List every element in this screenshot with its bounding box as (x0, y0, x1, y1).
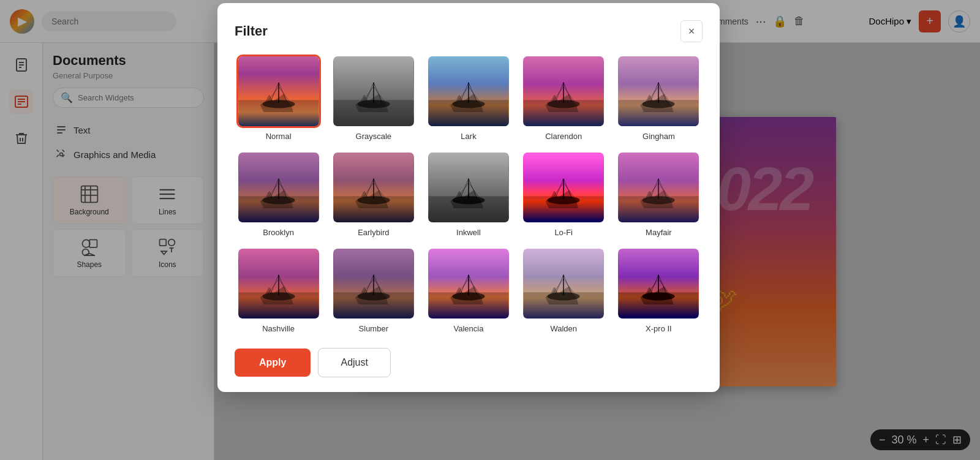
svg-rect-40 (428, 100, 508, 126)
filter-header: Filter × (235, 20, 703, 42)
filter-item-earlybird[interactable]: Earlybird (330, 151, 417, 237)
filter-grid: Normal Grayscale (235, 55, 703, 333)
filter-item-lofi[interactable]: Lo-Fi (520, 151, 608, 237)
svg-point-33 (357, 100, 390, 108)
svg-rect-96 (619, 196, 699, 222)
filter-img-normal (238, 56, 319, 126)
filter-modal: Filter × Normal (217, 3, 720, 392)
apply-button[interactable]: Apply (235, 349, 311, 377)
filter-thumb-lofi (521, 151, 606, 224)
svg-rect-120 (428, 292, 508, 319)
filter-img-mayfair (618, 153, 699, 222)
filter-label-slumber: Slumber (359, 324, 388, 333)
filter-item-grayscale[interactable]: Grayscale (330, 55, 417, 141)
filter-item-inkwell[interactable]: Inkwell (424, 151, 512, 237)
filter-close-button[interactable]: × (680, 20, 703, 42)
filter-label-inkwell: Inkwell (456, 228, 481, 237)
svg-rect-136 (619, 292, 699, 319)
filter-thumb-gingham (616, 55, 701, 128)
svg-rect-80 (428, 196, 508, 222)
filter-item-nashville[interactable]: Nashville (235, 247, 322, 333)
svg-rect-48 (524, 100, 604, 126)
filter-img-lofi (523, 153, 604, 222)
filter-thumb-valencia (426, 247, 511, 320)
filter-img-grayscale (333, 56, 414, 126)
svg-rect-112 (333, 292, 413, 319)
svg-rect-32 (333, 100, 413, 126)
filter-label-xpro: X-pro II (646, 324, 672, 333)
adjust-button[interactable]: Adjust (318, 348, 390, 377)
filter-label-nashville: Nashville (262, 324, 295, 333)
svg-point-57 (643, 100, 675, 108)
svg-point-49 (548, 100, 580, 108)
filter-thumb-earlybird (331, 151, 416, 224)
filter-img-brooklyn (238, 153, 319, 222)
filter-label-gingham: Gingham (643, 132, 675, 141)
filter-thumb-slumber (331, 247, 416, 320)
filter-img-lark (428, 56, 509, 126)
filter-thumb-nashville (236, 247, 321, 320)
svg-point-25 (262, 100, 295, 108)
filter-thumb-brooklyn (236, 151, 321, 224)
filter-thumb-normal (236, 55, 321, 128)
filter-img-clarendon (523, 56, 604, 126)
filter-thumb-mayfair (616, 151, 701, 224)
filter-item-brooklyn[interactable]: Brooklyn (235, 151, 322, 237)
filter-actions: Apply Adjust (235, 348, 703, 377)
filter-img-gingham (618, 56, 699, 126)
svg-rect-64 (238, 196, 318, 222)
filter-img-earlybird (333, 153, 414, 222)
filter-item-mayfair[interactable]: Mayfair (615, 151, 703, 237)
svg-rect-128 (524, 292, 604, 319)
filter-label-lofi: Lo-Fi (554, 228, 573, 237)
filter-item-walden[interactable]: Walden (520, 247, 608, 333)
filter-thumb-grayscale (331, 55, 416, 128)
filter-thumb-clarendon (521, 55, 606, 128)
svg-point-137 (643, 292, 675, 300)
filter-img-xpro (618, 249, 699, 319)
filter-label-earlybird: Earlybird (358, 228, 389, 237)
filter-thumb-walden (521, 247, 606, 320)
svg-point-73 (357, 196, 390, 204)
filter-label-lark: Lark (461, 132, 476, 141)
filter-img-nashville (238, 249, 319, 319)
svg-point-113 (357, 292, 390, 300)
filter-label-clarendon: Clarendon (545, 132, 582, 141)
svg-point-81 (452, 196, 484, 204)
svg-rect-104 (238, 292, 318, 319)
filter-item-slumber[interactable]: Slumber (330, 247, 417, 333)
svg-point-121 (452, 292, 484, 300)
filter-thumb-xpro (616, 247, 701, 320)
filter-label-mayfair: Mayfair (646, 228, 672, 237)
filter-item-clarendon[interactable]: Clarendon (520, 55, 608, 141)
svg-rect-88 (524, 196, 604, 222)
filter-label-normal: Normal (266, 132, 292, 141)
filter-item-xpro[interactable]: X-pro II (615, 247, 703, 333)
filter-label-walden: Walden (550, 324, 577, 333)
svg-rect-56 (619, 100, 699, 126)
svg-point-65 (262, 196, 295, 204)
svg-point-89 (548, 196, 580, 204)
filter-item-normal[interactable]: Normal (235, 55, 322, 141)
svg-point-105 (262, 292, 295, 300)
svg-rect-72 (333, 196, 413, 222)
svg-point-41 (452, 100, 484, 108)
filter-thumb-inkwell (426, 151, 511, 224)
svg-rect-24 (238, 100, 318, 126)
filter-img-inkwell (428, 153, 509, 222)
filter-img-slumber (333, 249, 414, 319)
filter-label-grayscale: Grayscale (356, 132, 392, 141)
svg-point-129 (548, 292, 580, 300)
filter-item-valencia[interactable]: Valencia (424, 247, 512, 333)
filter-img-walden (523, 249, 604, 319)
filter-thumb-lark (426, 55, 511, 128)
svg-point-97 (643, 196, 675, 204)
filter-item-gingham[interactable]: Gingham (615, 55, 703, 141)
filter-item-lark[interactable]: Lark (424, 55, 512, 141)
filter-label-valencia: Valencia (454, 324, 484, 333)
filter-title: Filter (235, 23, 268, 39)
filter-img-valencia (428, 249, 509, 319)
filter-label-brooklyn: Brooklyn (263, 228, 294, 237)
